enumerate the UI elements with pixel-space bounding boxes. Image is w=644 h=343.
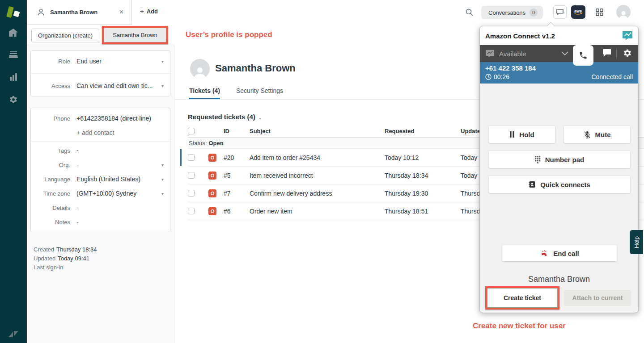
annotation-create-ticket: Create new ticket for user [473,322,566,330]
ticket-subject[interactable]: Order new item [250,208,385,215]
language-field[interactable]: Language English (United States) ▾ [31,172,170,186]
profile-avatar[interactable] [616,5,631,19]
chat-widget-button[interactable] [553,5,567,19]
help-tab[interactable]: Help [630,230,643,254]
add-contact-row: + add contact [31,126,170,139]
sidebar-item-views[interactable] [4,50,22,60]
access-field[interactable]: Access Can view and edit own tic... ▾ [31,75,170,96]
ticket-subject[interactable]: Add item to order #25434 [250,154,385,161]
row-checkbox[interactable] [188,154,195,161]
mic-muted-icon [584,131,591,138]
role-label: Role [35,58,70,65]
avatar-person-icon [619,10,628,19]
phone-value: +61422358184 (direct line) [76,115,164,122]
quick-connects-label: Quick connects [540,181,590,188]
zendesk-logo-icon [8,330,18,338]
breadcrumb-organization-button[interactable]: Organization (create) [31,29,99,42]
phone-label: Phone [35,115,70,122]
page-title-user-name: Samantha Brown [215,63,296,74]
number-pad-button[interactable]: Number pad [489,151,630,168]
notes-label: Notes [35,219,70,226]
mute-button[interactable]: Mute [564,126,630,143]
ticket-requested: Today 10:12 [385,154,461,161]
tab-tickets[interactable]: Tickets (4) [189,87,220,99]
add-label: Add [147,8,158,15]
select-all-checkbox[interactable] [188,128,195,134]
conversations-button[interactable]: Conversations 0 [481,6,543,19]
chevron-down-icon: ▾ [161,163,164,167]
chat-tab-icon[interactable] [602,49,611,57]
create-ticket-button[interactable]: Create ticket [487,288,558,308]
end-call-button[interactable]: End call [502,245,617,261]
search-icon[interactable] [466,8,473,16]
sidebar-item-home[interactable] [4,28,22,38]
tags-value: - [76,147,164,154]
requested-tickets-toggle[interactable]: Requested tickets (4)⌄ [188,113,262,121]
zendesk-product-logo[interactable] [0,0,27,25]
hold-button[interactable]: Hold [489,126,555,143]
chevron-down-icon[interactable] [561,51,568,56]
role-field[interactable]: Role End user ▾ [31,51,170,71]
timezone-label: Time zone [35,190,70,197]
add-contact-link[interactable]: + add contact [76,129,164,136]
topbar: Samantha Brown × +Add Conversations 0 aw… [27,0,644,25]
app-root: Samantha Brown × +Add Conversations 0 aw… [0,0,644,343]
ticket-id: #6 [224,208,250,215]
sidebar-item-admin[interactable] [4,95,22,105]
ticket-subject[interactable]: Item received incorrect [250,172,385,179]
col-header-id[interactable]: ID [224,128,250,134]
language-value: English (United States) [76,176,159,183]
details-label: Details [35,205,70,211]
org-value: - [76,161,159,168]
sidebar-nav [0,28,27,105]
org-field[interactable]: Org. - ▾ [31,158,170,172]
amazon-connect-panel: Amazon Connect v1.2 Available +61 422 35… [479,26,639,313]
aws-connect-app-button[interactable]: aws [571,5,585,19]
annotation-box-user-button: Samantha Brown [102,26,168,44]
logo-green-shape [6,6,13,18]
connect-body: Hold Mute Number pad Quick connects [480,84,638,313]
amazon-connect-logo-icon [622,31,633,41]
requested-tickets-label: Requested tickets (4) [188,113,255,121]
details-field[interactable]: Details - [31,201,170,215]
divider [31,141,170,142]
person-icon [38,8,44,16]
call-timer-value: 00:26 [494,73,509,80]
quick-connects-button[interactable]: Quick connects [489,176,630,193]
row-checkbox[interactable] [188,190,195,197]
row-checkbox[interactable] [188,208,195,214]
breadcrumb-user-button[interactable]: Samantha Brown [104,28,166,42]
apps-grid-icon[interactable] [596,8,603,16]
settings-gear-icon[interactable] [623,49,632,58]
bar-chart-icon [9,73,17,81]
avatar-person-icon [193,67,207,79]
add-tab-button[interactable]: +Add [140,7,158,15]
col-header-requested[interactable]: Requested [385,128,461,134]
tab-title: Samantha Brown [50,9,118,16]
ticket-subject[interactable]: Confirm new delivery address [250,190,385,197]
record-meta: CreatedThursday 18:34 UpdatedToday 09:41… [34,245,97,272]
open-status-badge: O [208,154,216,162]
user-details-panel: Role End user ▾ Access Can view and edit… [27,45,174,343]
notes-value: - [76,218,164,226]
timezone-field[interactable]: Time zone (GMT+10:00) Sydney ▾ [31,186,170,201]
help-label: Help [633,236,640,248]
close-tab-icon[interactable]: × [118,8,125,16]
ticket-id: #7 [224,190,250,197]
col-header-subject[interactable]: Subject [250,128,385,134]
updated-value: Today 09:41 [58,255,89,262]
chevron-down-icon: ⌄ [258,115,262,120]
call-state-label: Connected call [591,73,633,80]
sidebar-item-reporting[interactable] [4,72,22,82]
tags-field[interactable]: Tags - [31,143,170,158]
ticket-requested: Thursday 18:34 [385,172,461,179]
conversations-count-badge: 0 [530,8,538,17]
phone-tab-active[interactable] [573,45,593,66]
clock-icon [485,74,491,80]
row-checkbox[interactable] [188,172,195,179]
notes-field[interactable]: Notes - [31,215,170,229]
divider [616,48,617,59]
tab-security-settings[interactable]: Security Settings [236,87,283,99]
open-tab-samantha-brown[interactable]: Samantha Brown × [27,0,132,25]
svg-text:aws: aws [574,9,582,13]
